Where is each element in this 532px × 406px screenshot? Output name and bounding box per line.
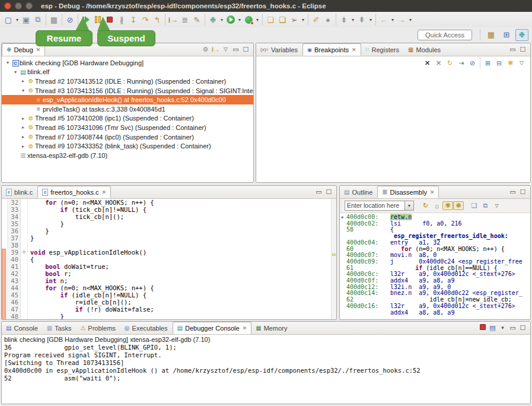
debug-tree-row[interactable]: ▾Cblink checking [GDB Hardware Debugging… <box>2 58 253 68</box>
view-menu-icon[interactable]: ▽ <box>516 60 527 66</box>
minimize-view-icon[interactable]: ▭ <box>314 188 324 196</box>
expand-all-icon[interactable]: ⊞ <box>482 59 493 67</box>
back-icon[interactable]: ← <box>378 14 390 26</box>
tab-blink-c[interactable]: cblink.c <box>2 186 37 198</box>
display-console-icon[interactable]: ▤ <box>488 324 498 332</box>
open-resource-icon[interactable]: ❏ <box>276 14 288 26</box>
profile-dropdown-icon[interactable]: ▾ <box>254 17 260 23</box>
close-icon[interactable]: ✕ <box>243 325 247 331</box>
close-window-button[interactable] <box>4 2 11 9</box>
tab-memory[interactable]: ▦Memory <box>251 322 292 334</box>
next-annotation-dropdown-icon[interactable]: ▾ <box>350 17 356 23</box>
maximize-window-button[interactable] <box>26 2 33 9</box>
tab-console[interactable]: ▤Console <box>2 322 43 334</box>
save-all-icon[interactable]: ⧉ <box>32 14 44 26</box>
open-perspective-icon[interactable]: ▦ <box>485 29 498 41</box>
expander-icon[interactable]: ▸ <box>20 125 27 130</box>
tab-disassembly[interactable]: ≣Disassembly✕ <box>377 186 439 198</box>
disconnect-icon[interactable]: ∦ <box>116 14 128 26</box>
instruction-stepping-icon[interactable]: i→ <box>167 14 179 26</box>
terminate-icon[interactable] <box>477 324 488 331</box>
collapse-all-icon[interactable]: ⊟ <box>493 59 505 67</box>
cpp-perspective-icon[interactable]: ⊞ <box>500 29 513 41</box>
run-dropdown-icon[interactable]: ▾ <box>237 17 243 23</box>
console-content[interactable]: blink checking [GDB Hardware Debugging] … <box>2 335 530 383</box>
expander-icon[interactable]: ▸ <box>20 144 27 149</box>
minimize-window-button[interactable] <box>15 2 22 9</box>
debug-tree-row[interactable]: ▸⚙Thread #6 1073431096 (Tmr Svc) (Suspen… <box>2 123 253 132</box>
editor-code-area[interactable]: for (n=0; n<MAX_HOOKS; n++) { if (tick_c… <box>28 199 331 320</box>
minimize-view-icon[interactable]: ▭ <box>508 188 518 196</box>
close-icon[interactable]: ✕ <box>430 189 435 195</box>
remove-all-breakpoints-icon[interactable]: ✕ <box>433 59 444 67</box>
step-over-icon[interactable]: ↷ <box>139 14 151 26</box>
show-debug-elements-icon[interactable]: ≣ <box>179 14 191 26</box>
debug-tree-row[interactable]: ≡esp_vApplicationIdleHook() at freertos_… <box>2 95 253 104</box>
last-edit-location-icon[interactable]: ✐ <box>310 14 322 26</box>
location-dropdown-icon[interactable]: ▼ <box>405 201 414 211</box>
debug-tree-row[interactable]: ▸⚙Thread #2 1073413512 (IDLE : Running) … <box>2 77 253 86</box>
remove-breakpoint-icon[interactable]: ✕ <box>422 59 433 67</box>
tab-registers[interactable]: ᎒᎒Registers <box>361 43 404 56</box>
debug-perspective-icon[interactable]: ❉ <box>515 29 528 41</box>
open-folder-icon[interactable]: ❏ <box>265 14 276 26</box>
debug-tree-row[interactable]: ▾▤blink.elf <box>2 68 253 77</box>
editor-overview-ruler[interactable] <box>331 199 336 320</box>
maximize-view-icon[interactable]: ☐ <box>324 188 334 196</box>
debug-icon[interactable]: ❉ <box>207 14 219 26</box>
new-wizard-icon[interactable]: ▢ <box>2 14 14 26</box>
expander-icon[interactable]: ▸ <box>20 134 27 139</box>
expander-icon[interactable]: ▾ <box>12 69 19 75</box>
debug-tree-row[interactable]: ≡prvIdleTask() at tasks.c:3,338 0x400845… <box>2 104 253 114</box>
forward-dropdown-icon[interactable]: ▾ <box>407 17 413 23</box>
debug-tree-row[interactable]: ▾⚙Thread #3 1073413156 (IDLE : Running) … <box>2 86 253 96</box>
tab-executables[interactable]: ◎Executables <box>120 322 173 334</box>
maximize-view-icon[interactable]: ☐ <box>518 324 528 332</box>
expander-icon[interactable]: ▾ <box>4 60 11 65</box>
next-annotation-icon[interactable]: ⇟ <box>338 14 350 26</box>
link-with-editor-icon[interactable]: ● <box>322 14 334 26</box>
previous-annotation-dropdown-icon[interactable]: ▾ <box>368 17 374 23</box>
quick-access-button[interactable]: Quick Access <box>418 30 472 40</box>
back-dropdown-icon[interactable]: ▾ <box>390 17 396 23</box>
launch-icon[interactable]: ➢ <box>288 14 300 26</box>
debug-tree-row[interactable]: ▥xtensa-esp32-elf-gdb (7.10) <box>2 151 253 160</box>
maximize-view-icon[interactable]: ☐ <box>518 46 528 53</box>
tab-breakpoints[interactable]: ◉Breakpoints✕ <box>302 43 361 56</box>
group-by-icon[interactable]: ❃ <box>505 59 516 67</box>
refresh-icon[interactable]: ↻ <box>420 202 431 210</box>
trace-icon[interactable]: ✎ <box>191 14 203 26</box>
minimize-view-icon[interactable]: ▭ <box>508 324 518 332</box>
step-into-icon[interactable]: ↧ <box>128 14 139 26</box>
previous-annotation-icon[interactable]: ⇞ <box>356 14 368 26</box>
build-icon[interactable]: ▦ <box>48 14 60 26</box>
tab-outline[interactable]: ▤Outline <box>340 186 377 198</box>
tab-freertos-hooks-c[interactable]: cfreertos_hooks.c✕ <box>37 186 111 198</box>
save-icon[interactable]: ▣ <box>20 14 32 26</box>
new-view-icon[interactable]: ❏ <box>469 202 480 210</box>
show-source-icon[interactable]: ❃ <box>442 201 453 210</box>
skip-all-breakpoints-icon[interactable]: ⊘ <box>64 14 76 26</box>
new-wizard-dropdown-icon[interactable]: ▾ <box>14 17 20 23</box>
pin-view-icon[interactable]: ⧉ <box>480 202 491 210</box>
minimize-view-icon[interactable]: ▭ <box>508 46 518 53</box>
minimize-view-icon[interactable]: ▭ <box>231 46 241 53</box>
disassembly-listing[interactable]: ◆400d0c00: retw.n400d0c02: lsi f0, a0, 2… <box>340 213 530 316</box>
skip-all-breakpoints-icon[interactable]: ⊘ <box>467 59 478 67</box>
tab-problems[interactable]: ⚠Problems <box>76 322 120 334</box>
run-icon[interactable] <box>225 14 237 26</box>
show-supported-breakpoints-icon[interactable]: ↻ <box>444 59 455 67</box>
tab-modules[interactable]: ▦Modules <box>404 43 445 56</box>
view-menu-icon[interactable]: ▽ <box>221 46 231 52</box>
remove-terminated-icon[interactable]: ⚙ <box>200 46 211 53</box>
tab-tasks[interactable]: ▥Tasks <box>43 322 77 334</box>
code-editor[interactable]: 3233343536373839404142434445464748 ⊖ for… <box>2 199 336 320</box>
debug-tree-row[interactable]: ▸⚙Thread #7 1073408744 (ipc0) (Suspended… <box>2 132 253 142</box>
debug-tree-row[interactable]: ▸⚙Thread #9 1073433352 (blink_task) (Sus… <box>2 141 253 151</box>
tab-debugger-console[interactable]: ▤Debugger Console✕ <box>173 322 252 334</box>
track-expression-icon[interactable]: ❋ <box>453 201 464 210</box>
forward-icon[interactable]: → <box>396 14 407 26</box>
view-menu-icon[interactable]: ▽ <box>491 203 502 208</box>
goto-breakpoint-file-icon[interactable]: ⇥ <box>455 59 467 67</box>
step-return-icon[interactable]: ↰ <box>151 14 163 26</box>
